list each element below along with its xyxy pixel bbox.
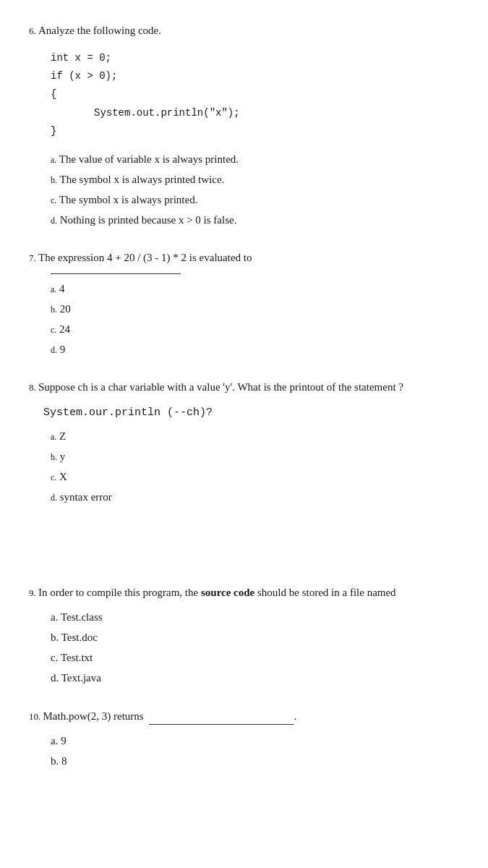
code-line-4: System.out.println("x"); xyxy=(51,104,459,122)
option-q8-a: a. Z xyxy=(51,427,459,445)
options-list-q7: a. 4 b. 20 c. 24 d. 9 xyxy=(51,280,459,358)
options-list-q8: a. Z b. y c. X d. syntax error xyxy=(51,427,459,506)
options-list-q9: a. Test.class b. Test.doc c. Test.txt d.… xyxy=(51,608,459,686)
question-8: 8. Suppose ch is a char variable with a … xyxy=(29,378,459,506)
question-10-text: Math.pow(2, 3) returns . xyxy=(43,710,297,722)
option-q8-b: b. y xyxy=(51,448,459,465)
option-q10-a: a. 9 xyxy=(51,732,459,749)
question-7-divider xyxy=(51,273,181,274)
option-q7-a: a. 4 xyxy=(51,280,459,297)
option-q9-c: c. Test.txt xyxy=(51,649,459,666)
option-q9-b: b. Test.doc xyxy=(51,629,459,646)
option-q8-c: c. X xyxy=(51,468,459,485)
question-8-number: 8. xyxy=(29,382,38,393)
question-8-header: 8. Suppose ch is a char variable with a … xyxy=(29,378,459,396)
code-line-3: { xyxy=(51,85,459,103)
answer-blank-q10 xyxy=(149,707,294,725)
option-q9-a: a. Test.class xyxy=(51,608,459,626)
option-q7-c: c. 24 xyxy=(51,320,459,338)
question-8-text: Suppose ch is a char variable with a val… xyxy=(38,381,403,393)
bold-source-code: source code xyxy=(201,587,254,598)
question-8-code: System.our.println (--ch)? xyxy=(43,407,213,419)
option-q7-d: d. 9 xyxy=(51,341,459,358)
question-6-header: 6. Analyze the following code. xyxy=(29,22,459,39)
option-q10-b: b. 8 xyxy=(51,752,459,770)
question-7-number: 7. xyxy=(29,252,38,263)
question-6-text: Analyze the following code. xyxy=(38,25,161,36)
code-line-5: } xyxy=(51,122,459,140)
question-9-header: 9. In order to compile this program, the… xyxy=(29,584,459,601)
question-9-number: 9. xyxy=(29,587,38,598)
question-10: 10. Math.pow(2, 3) returns . a. 9 b. 8 xyxy=(29,707,459,770)
spacer xyxy=(29,526,459,584)
option-q7-b: b. 20 xyxy=(51,300,459,318)
question-9: 9. In order to compile this program, the… xyxy=(29,584,459,686)
code-block-q6: int x = 0; if (x > 0); { System.out.prin… xyxy=(51,49,459,140)
code-line-2: if (x > 0); xyxy=(51,67,459,85)
question-7: 7. The expression 4 + 20 / (3 - 1) * 2 i… xyxy=(29,249,459,358)
options-list-q10: a. 9 b. 8 xyxy=(51,732,459,770)
question-10-number: 10. xyxy=(29,711,43,722)
option-q6-d: d. Nothing is printed because x > 0 is f… xyxy=(51,211,459,229)
option-q9-d: d. Text.java xyxy=(51,669,459,686)
question-10-header: 10. Math.pow(2, 3) returns . xyxy=(29,707,459,725)
option-q8-d: d. syntax error xyxy=(51,488,459,506)
option-q6-a: a. The value of variable x is always pri… xyxy=(51,150,459,168)
question-9-text: In order to compile this program, the so… xyxy=(38,587,396,598)
question-6-number: 6. xyxy=(29,25,38,36)
options-list-q6: a. The value of variable x is always pri… xyxy=(51,150,459,229)
option-q6-b: b. The symbol x is always printed twice. xyxy=(51,171,459,188)
question-6: 6. Analyze the following code. int x = 0… xyxy=(29,22,459,229)
question-8-subtext: System.our.println (--ch)? xyxy=(43,403,459,422)
option-q6-c: c. The symbol x is always printed. xyxy=(51,191,459,208)
question-7-text: The expression 4 + 20 / (3 - 1) * 2 is e… xyxy=(38,252,252,263)
code-line-1: int x = 0; xyxy=(51,49,459,67)
question-7-header: 7. The expression 4 + 20 / (3 - 1) * 2 i… xyxy=(29,249,459,266)
